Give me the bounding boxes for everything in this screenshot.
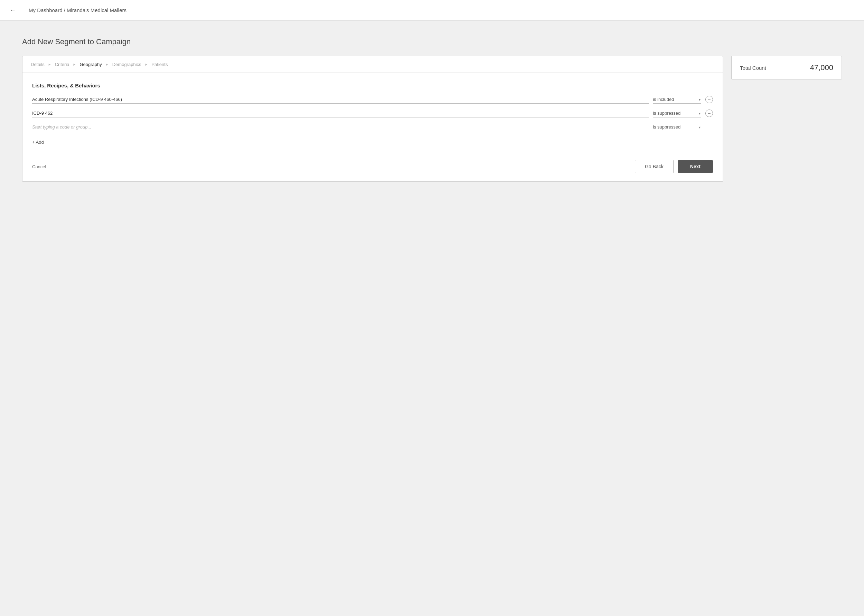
- section-title: Lists, Recipes, & Behaviors: [32, 83, 713, 88]
- criteria-row-1: is included is suppressed −: [32, 95, 713, 104]
- step-details-label: Details: [31, 62, 44, 67]
- step-details[interactable]: Details: [31, 62, 44, 67]
- step-arrow-2: ►: [73, 63, 76, 66]
- criteria-select-2[interactable]: is included is suppressed: [653, 109, 701, 118]
- step-geography[interactable]: Geography: [79, 62, 102, 67]
- select-wrapper-1: is included is suppressed: [653, 95, 701, 104]
- step-arrow-1: ►: [48, 63, 52, 66]
- main-content: Add New Segment to Campaign Details ► Cr…: [0, 21, 864, 198]
- criteria-input-1[interactable]: [32, 95, 649, 104]
- remove-button-1[interactable]: −: [705, 96, 713, 103]
- select-wrapper-2: is included is suppressed: [653, 109, 701, 118]
- breadcrumb: My Dashboard / Miranda's Medical Mailers: [29, 7, 126, 13]
- main-panel: Details ► Criteria ► Geography ► Demogra…: [22, 56, 723, 182]
- remove-button-2[interactable]: −: [705, 110, 713, 117]
- form-area: Lists, Recipes, & Behaviors is included …: [22, 73, 722, 153]
- step-criteria-label: Criteria: [55, 62, 69, 67]
- form-footer: Cancel Go Back Next: [22, 153, 722, 181]
- select-wrapper-3: is included is suppressed: [653, 123, 701, 131]
- back-button[interactable]: ←: [8, 5, 17, 15]
- step-geography-label: Geography: [79, 62, 102, 67]
- header: ← My Dashboard / Miranda's Medical Maile…: [0, 0, 864, 21]
- remove-btn-placeholder: [705, 123, 713, 131]
- criteria-row-2: is included is suppressed −: [32, 109, 713, 118]
- criteria-input-2[interactable]: [32, 109, 649, 118]
- step-patients[interactable]: Patients: [151, 62, 168, 67]
- page-title: Add New Segment to Campaign: [22, 37, 842, 46]
- next-button[interactable]: Next: [678, 160, 713, 173]
- cancel-link[interactable]: Cancel: [32, 164, 46, 169]
- step-demographics[interactable]: Demographics: [112, 62, 142, 67]
- side-panel: Total Count 47,000: [731, 56, 842, 79]
- step-criteria[interactable]: Criteria: [55, 62, 69, 67]
- criteria-row-3: is included is suppressed: [32, 123, 713, 131]
- step-arrow-4: ►: [145, 63, 148, 66]
- step-arrow-3: ►: [105, 63, 109, 66]
- step-demographics-label: Demographics: [112, 62, 142, 67]
- add-link[interactable]: + Add: [32, 140, 44, 145]
- total-count-value: 47,000: [810, 63, 833, 72]
- criteria-select-1[interactable]: is included is suppressed: [653, 95, 701, 104]
- criteria-select-3[interactable]: is included is suppressed: [653, 123, 701, 131]
- go-back-button[interactable]: Go Back: [635, 160, 674, 173]
- step-patients-label: Patients: [151, 62, 168, 67]
- total-count-label: Total Count: [740, 65, 766, 71]
- criteria-input-3[interactable]: [32, 123, 649, 131]
- header-divider: [23, 4, 23, 17]
- stepper: Details ► Criteria ► Geography ► Demogra…: [22, 56, 722, 73]
- layout: Details ► Criteria ► Geography ► Demogra…: [22, 56, 842, 182]
